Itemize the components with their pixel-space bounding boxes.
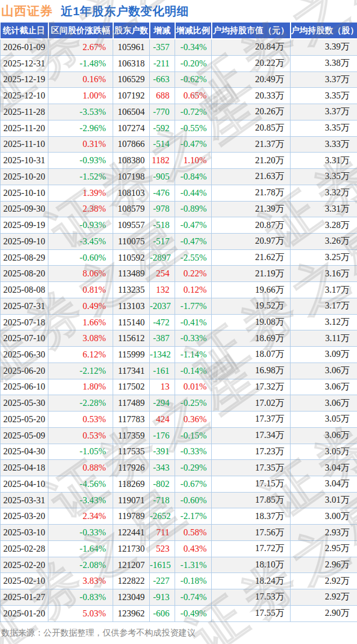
table-cell: 3.37万 [291, 104, 357, 120]
table-cell: 17.02万 [212, 395, 291, 412]
table-cell: -0.49% [175, 605, 212, 621]
table-cell: 18.69万 [212, 330, 291, 347]
table-cell: -0.47% [175, 217, 212, 234]
table-cell: 18.07万 [212, 347, 291, 363]
table-cell: 1182 [150, 153, 175, 169]
table-cell: 21.39万 [212, 201, 291, 217]
table-row: 2025-03-31-3.43%119071-718-0.60%17.85万3.… [1, 492, 357, 508]
table-cell: 113103 [113, 298, 150, 314]
column-header-1: 区间股价涨跌幅 [48, 23, 113, 39]
table-cell: 2025-03-10 [1, 525, 48, 541]
table-cell: 1.00% [48, 88, 113, 104]
report-subtitle: 近1年股东户数变化明细 [61, 3, 189, 19]
table-cell: 105961 [113, 39, 150, 55]
table-cell: -211 [150, 55, 175, 71]
table-cell: -913 [150, 589, 175, 606]
table-row: 2025-10-101.39%108103-476-0.44%21.78万3.3… [1, 185, 357, 201]
table-cell: 115140 [113, 314, 150, 330]
table-cell: -0.47% [175, 136, 212, 153]
table-cell: -176 [150, 427, 175, 444]
table-cell: -1.31% [175, 557, 212, 573]
table-cell: 20.49万 [212, 71, 291, 88]
table-cell: 3.08% [48, 330, 113, 347]
table-cell: 3.16万 [291, 266, 357, 282]
table-row: 2025-06-306.12%115999-1342-1.14%18.07万3.… [1, 347, 357, 363]
table-cell: 2025-04-30 [1, 444, 48, 460]
table-cell: -517 [150, 233, 175, 249]
table-cell: 2025-07-10 [1, 330, 48, 347]
table-cell: 3.06万 [291, 395, 357, 412]
table-cell: -3.43% [48, 492, 113, 508]
table-cell: 2025-02-28 [1, 540, 48, 557]
table-row: 2025-08-29-0.60%110592-2897-2.55%21.62万3… [1, 249, 357, 266]
table-cell: 110075 [113, 233, 150, 249]
table-row: 2025-03-202.34%119789-2652-2.17%18.37万3.… [1, 508, 357, 525]
table-cell: 3.11万 [291, 330, 357, 347]
table-row: 2025-06-101.80%117502130.01%17.32万3.06万 [1, 379, 357, 395]
table-row: 2025-09-19-0.93%109557-518-0.47%20.87万3.… [1, 217, 357, 234]
table-cell: 107274 [113, 120, 150, 136]
table-row: 2025-03-10-0.33%1224417110.58%17.56万2.93… [1, 525, 357, 541]
table-cell: 118269 [113, 476, 150, 492]
table-cell: 113489 [113, 266, 150, 282]
table-cell: -0.47% [175, 233, 212, 249]
table-cell: -0.20% [175, 55, 212, 71]
table-cell: 254 [150, 266, 175, 282]
table-cell: -514 [150, 136, 175, 153]
table-cell: 2025-05-20 [1, 412, 48, 428]
table-cell: 0.53% [48, 412, 113, 428]
table-cell: 20.97万 [212, 233, 291, 249]
table-cell: 0.49% [48, 298, 113, 314]
table-cell: 2025-08-29 [1, 249, 48, 266]
table-cell: 0.31% [48, 136, 113, 153]
table-cell: 18.37万 [212, 508, 291, 525]
table-cell: 2.67% [48, 39, 113, 55]
table-cell: 2.34% [48, 508, 113, 525]
table-cell: 13 [150, 379, 175, 395]
shareholder-count-report: 证券之星证券之星证券之星证券之星证券之星证券之星证券之星证券之星证券之星证券之星… [0, 0, 357, 644]
table-cell: -1.48% [48, 55, 113, 71]
table-row: 2025-05-090.53%117359-176-0.15%17.34万3.0… [1, 427, 357, 444]
table-cell: 20.26万 [212, 104, 291, 120]
table-cell: 2025-08-08 [1, 282, 48, 298]
table-cell: 17.85万 [212, 492, 291, 508]
table-cell: 17.23万 [212, 444, 291, 460]
table-cell: 117359 [113, 427, 150, 444]
table-row: 2025-12-190.16%106529-663-0.62%20.49万3.3… [1, 71, 357, 88]
table-cell: -518 [150, 217, 175, 234]
table-cell: 19.08万 [212, 314, 291, 330]
table-cell: 113235 [113, 282, 150, 298]
table-cell: 106318 [113, 55, 150, 71]
table-cell: 2025-01-20 [1, 605, 48, 621]
table-row: 2025-10-31-0.93%10838011821.10%21.20万3.3… [1, 153, 357, 169]
table-cell: -3.53% [48, 104, 113, 120]
table-cell: 2025-09-10 [1, 233, 48, 249]
table-cell: 3.35万 [291, 169, 357, 185]
table-cell: 1.66% [48, 314, 113, 330]
table-row: 2025-12-101.00%1071926880.65%20.33万3.35万 [1, 88, 357, 104]
table-cell: -0.14% [175, 363, 212, 379]
page-title: 山西证券 近1年股东户数变化明细 [0, 0, 357, 23]
table-cell: 115612 [113, 330, 150, 347]
table-cell: 2025-02-10 [1, 573, 48, 589]
table-row: 2025-05-200.53%1177834240.36%17.37万3.05万 [1, 412, 357, 428]
table-cell: -0.25% [175, 395, 212, 412]
table-cell: 3.01万 [291, 492, 357, 508]
table-cell: 18.10万 [212, 557, 291, 573]
column-header-0: 统计截止日 [1, 23, 48, 39]
table-row: 2025-04-180.88%117926-343-0.29%17.35万3.0… [1, 460, 357, 476]
table-cell: 3.35万 [291, 120, 357, 136]
table-cell: 5.03% [48, 605, 113, 621]
table-cell: 424 [150, 412, 175, 428]
table-cell: -1.64% [48, 540, 113, 557]
table-cell: 3.35万 [291, 88, 357, 104]
table-cell: 2025-06-20 [1, 363, 48, 379]
table-cell: 2025-05-30 [1, 395, 48, 412]
table-cell: 2025-12-10 [1, 88, 48, 104]
table-cell: 3.09万 [291, 347, 357, 363]
table-cell: 3.00万 [291, 508, 357, 525]
table-cell: -663 [150, 71, 175, 88]
table-cell: 3.04万 [291, 460, 357, 476]
table-cell: 106504 [113, 104, 150, 120]
table-cell: 17.15万 [212, 476, 291, 492]
